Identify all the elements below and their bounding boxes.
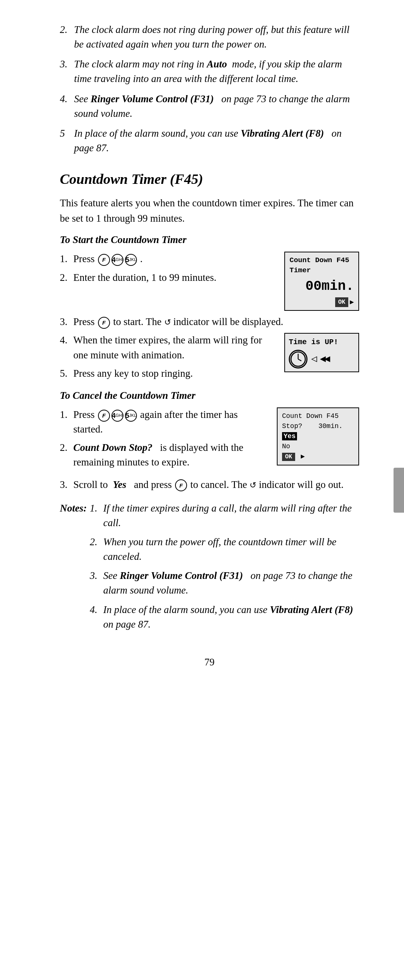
notes-item-num-3: 3. — [90, 568, 103, 598]
start-step-num-3: 3. — [60, 315, 73, 329]
note-text-4: See Ringer Volume Control (F31) on page … — [74, 92, 359, 121]
note-num-2: 2. — [60, 22, 74, 52]
start-step-text-5: Press any key to stop ringing. — [73, 366, 277, 381]
page-content: 2. The clock alarm does not ring during … — [60, 22, 359, 670]
top-notes: 2. The clock alarm does not ring during … — [60, 22, 359, 155]
notes-grid: Notes: 1. If the timer expires during a … — [60, 501, 359, 636]
cancel-step-3: 3. Scroll to Yes and press F to cancel. … — [60, 477, 359, 492]
lcd-cancel-line2: Stop? 30min. — [282, 421, 354, 431]
lcd-start-ok-row: OK ▶ — [290, 298, 354, 307]
cancel-step-text-1: Press F4GHI5JKL again after the timer ha… — [73, 407, 269, 437]
lcd-start-timer-label: Timer — [290, 266, 354, 275]
start-step-4-row: 4. When the timer expires, the alarm wil… — [60, 333, 359, 384]
note-num-4: 4. — [60, 92, 74, 121]
lcd-start-title: Count Down F45 — [290, 255, 354, 266]
note-text-5: In place of the alarm sound, you can use… — [74, 126, 359, 155]
start-step-3: 3. Press F to start. The ↺ indicator wil… — [60, 315, 359, 329]
section-title: Countdown Timer (F45) — [60, 169, 359, 189]
start-step-num-5: 5. — [60, 366, 73, 381]
lcd-timer-top: Time is UP! — [289, 337, 355, 347]
note-item-2: 2. The clock alarm does not ring during … — [60, 22, 359, 52]
page-number: 79 — [60, 655, 359, 670]
notes-item-text-4: In place of the alarm sound, you can use… — [103, 603, 359, 632]
lcd-start-ok-btn: OK — [335, 298, 348, 307]
lcd-timer-arrows: ◁ ◀◀ — [311, 352, 329, 367]
cancel-step-1: 1. Press F4GHI5JKL again after the timer… — [60, 407, 269, 437]
cancel-step-num-2: 2. — [60, 441, 73, 469]
indicator-arrow-2: ↺ — [250, 479, 256, 491]
notes-item-text-1: If the timer expires during a call, the … — [103, 501, 359, 530]
lcd-cancel-ok-row: OK ▶ — [282, 452, 354, 462]
notes-item-text-3: See Ringer Volume Control (F31) on page … — [103, 568, 359, 598]
notes-item-num-4: 4. — [90, 603, 103, 632]
note-text-3: The clock alarm may not ring in Auto mod… — [74, 57, 359, 86]
key-f3: F — [98, 317, 110, 329]
start-step-4-col: 4. When the timer expires, the alarm wil… — [60, 333, 277, 384]
notes-item-text-2: When you turn the power off, the countdo… — [103, 535, 359, 564]
start-step-text-1: Press F4GHI5JKL . — [73, 251, 277, 266]
notes-item-4: 4. In place of the alarm sound, you can … — [90, 603, 359, 632]
lcd-cancel-arrow: ▶ — [301, 453, 305, 460]
notes-item-num-2: 2. — [90, 535, 103, 564]
lcd-cancel-box: Count Down F45 Stop? 30min. Yes No OK ▶ — [277, 407, 359, 466]
key-f-c3: F — [175, 479, 187, 491]
key-4ghi-c1: 4GHI — [111, 410, 124, 422]
key-5jkl: 5JKL — [125, 254, 137, 266]
key-5jkl-c1: 5JKL — [125, 410, 137, 422]
start-step-4: 4. When the timer expires, the alarm wil… — [60, 333, 277, 362]
lcd-cancel-line1: Count Down F45 — [282, 411, 354, 421]
note-num-5: 5 — [60, 126, 74, 155]
lcd-start-num: 00min. — [290, 277, 354, 296]
start-step-num-4: 4. — [60, 333, 73, 362]
note-num-3: 3. — [60, 57, 74, 86]
start-step-2: 2. Enter the duration, 1 to 99 minutes. — [60, 270, 277, 285]
notes-item-num-1: 1. — [90, 501, 103, 530]
note-item-4: 4. See Ringer Volume Control (F31) on pa… — [60, 92, 359, 121]
note-text-2: The clock alarm does not ring during pow… — [74, 22, 359, 52]
lcd-timer-anim-row: ◁ ◀◀ — [289, 350, 355, 369]
cancel-step-num-1: 1. — [60, 407, 73, 437]
lcd-start-box: Count Down F45 Timer 00min. OK ▶ — [284, 251, 359, 311]
note-item-5: 5 In place of the alarm sound, you can u… — [60, 126, 359, 155]
cancel-step-1-col: 1. Press F4GHI5JKL again after the timer… — [60, 407, 269, 474]
start-steps-row: 1. Press F4GHI5JKL . 2. Enter the durati… — [60, 251, 359, 311]
key-f1: F — [98, 254, 110, 266]
section-intro: This feature alerts you when the countdo… — [60, 196, 359, 226]
start-subsection-title: To Start the Countdown Timer — [60, 232, 359, 247]
note-item-3: 3. The clock alarm may not ring in Auto … — [60, 57, 359, 86]
start-step-text-3: Press F to start. The ↺ indicator will b… — [73, 315, 359, 329]
cancel-step-text-3: Scroll to Yes and press F to cancel. The… — [73, 477, 359, 492]
cancel-step-1-row: 1. Press F4GHI5JKL again after the timer… — [60, 407, 359, 474]
lcd-timer-box: Time is UP! ◁ ◀◀ — [284, 333, 359, 372]
start-step-1: 1. Press F4GHI5JKL . — [60, 251, 277, 266]
clock-svg — [290, 350, 306, 368]
notes-label: Notes: — [60, 501, 90, 636]
start-step-5: 5. Press any key to stop ringing. — [60, 366, 277, 381]
start-step-num-1: 1. — [60, 251, 73, 266]
key-f-c1: F — [98, 410, 110, 422]
notes-items: 1. If the timer expires during a call, t… — [90, 501, 359, 636]
notes-item-1: 1. If the timer expires during a call, t… — [90, 501, 359, 530]
start-step-text-2: Enter the duration, 1 to 99 minutes. — [73, 270, 277, 285]
key-4ghi: 4GHI — [111, 254, 124, 266]
notes-item-3: 3. See Ringer Volume Control (F31) on pa… — [90, 568, 359, 598]
indicator-arrow-1: ↺ — [164, 317, 171, 328]
start-steps-col: 1. Press F4GHI5JKL . 2. Enter the durati… — [60, 251, 277, 288]
clock-circle — [289, 350, 307, 369]
start-step-text-4: When the timer expires, the alarm will r… — [73, 333, 277, 362]
lcd-start-arrow: ▶ — [350, 298, 354, 307]
lcd-cancel-yes: Yes — [282, 431, 354, 442]
notes-section: Notes: 1. If the timer expires during a … — [60, 501, 359, 636]
cancel-step-2: 2. Count Down Stop? is displayed with th… — [60, 441, 269, 469]
lcd-cancel-no: No — [282, 442, 354, 452]
right-tab — [393, 468, 404, 513]
cancel-step-num-3: 3. — [60, 477, 73, 492]
start-step-num-2: 2. — [60, 270, 73, 285]
lcd-cancel-ok-btn: OK — [282, 453, 295, 461]
cancel-step-text-2: Count Down Stop? is displayed with the r… — [73, 441, 269, 469]
cancel-subsection-title: To Cancel the Countdown Timer — [60, 388, 359, 403]
notes-item-2: 2. When you turn the power off, the coun… — [90, 535, 359, 564]
